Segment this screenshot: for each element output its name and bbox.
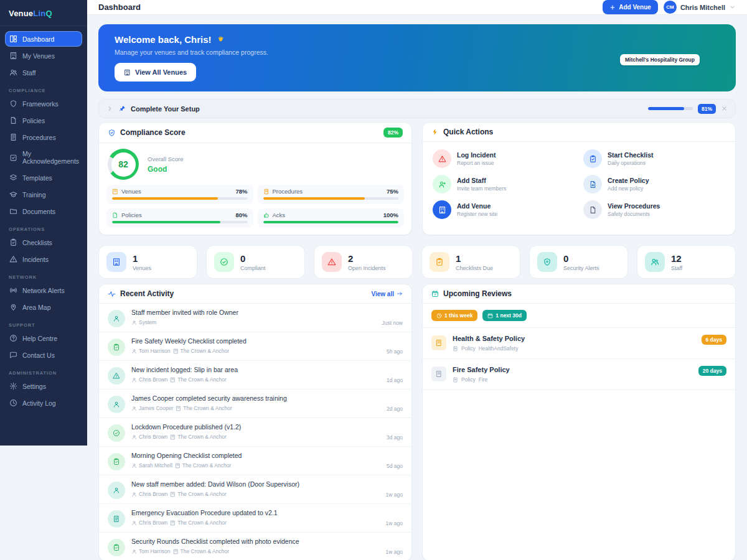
person-icon xyxy=(108,396,125,413)
user-menu[interactable]: CM Chris Mitchell xyxy=(664,1,736,14)
check-circle-icon xyxy=(214,252,234,272)
action-subtitle: Register new site xyxy=(457,211,497,217)
sidebar-item-documents[interactable]: Documents xyxy=(5,203,82,219)
view-all-link[interactable]: View all xyxy=(371,291,403,297)
action-log-incident[interactable]: Log IncidentReport an issue xyxy=(431,148,576,169)
action-add-venue[interactable]: Add VenueRegister new site xyxy=(431,199,576,220)
close-icon[interactable] xyxy=(721,105,728,112)
activity-item: Staff member invited with role Owner Sys… xyxy=(99,304,411,332)
metric-value: 100% xyxy=(383,212,398,218)
clipboard-icon xyxy=(108,338,125,356)
check-square-icon xyxy=(9,154,17,162)
person-icon xyxy=(131,434,137,440)
add-venue-button[interactable]: Add Venue xyxy=(603,0,658,14)
sidebar-item-my-venues[interactable]: My Venues xyxy=(5,48,82,63)
view-all-venues-button[interactable]: View All Venues xyxy=(115,63,196,82)
action-subtitle: Add new policy xyxy=(608,185,649,192)
top-bar: Dashboard Add Venue CM Chris Mitchell xyxy=(87,0,747,15)
sidebar-item-training[interactable]: Training xyxy=(5,187,82,202)
score-ring: 82 xyxy=(108,149,139,180)
lightning-icon xyxy=(431,128,439,136)
activity-venue: The Crown & Anchor xyxy=(177,434,226,440)
stat-label: Venues xyxy=(133,265,151,271)
sidebar-item-settings[interactable]: Settings xyxy=(5,378,82,394)
chevron-right-icon[interactable] xyxy=(106,105,113,112)
building-icon xyxy=(106,252,126,272)
metric-bar xyxy=(263,197,365,200)
sidebar-item-label: Checklists xyxy=(22,239,52,246)
review-item-health-safety[interactable]: Health & Safety Policy Policy HealthAndS… xyxy=(423,328,735,359)
building-icon xyxy=(170,520,176,526)
sidebar-item-templates[interactable]: Templates xyxy=(5,170,82,185)
metric-procedures: Procedures 75% xyxy=(258,185,405,204)
activity-venue: The Crown & Anchor xyxy=(181,548,229,554)
chat-icon xyxy=(9,351,17,359)
sidebar-item-acknowledgements[interactable]: My Acknowledgements xyxy=(5,146,82,169)
action-subtitle: Safety documents xyxy=(608,211,660,217)
activity-user: Chris Brown xyxy=(139,520,167,526)
chevron-down-icon xyxy=(729,4,736,11)
review-type: Policy xyxy=(461,345,476,352)
sidebar-item-network-alerts[interactable]: Network Alerts xyxy=(5,282,82,298)
stat-security-alerts: 0Security Alerts xyxy=(529,245,628,279)
file-text-icon xyxy=(108,510,125,528)
activity-user: System xyxy=(139,319,156,325)
metric-bar xyxy=(112,221,220,223)
add-venue-label: Add Venue xyxy=(619,4,651,11)
sidebar-item-help-centre[interactable]: Help Centre xyxy=(5,330,82,346)
building-icon xyxy=(124,69,131,76)
document-plus-icon xyxy=(583,175,602,194)
setup-percent-badge: 81% xyxy=(698,104,716,114)
sidebar-item-area-map[interactable]: Area Map xyxy=(5,299,82,315)
activity-user: James Cooper xyxy=(139,405,173,411)
setup-progress-track xyxy=(648,107,693,110)
review-item-fire-safety[interactable]: Fire Safety Policy Policy Fire 20 days xyxy=(423,359,735,390)
sidebar-item-label: Procedures xyxy=(22,134,56,141)
setup-progress-bar[interactable]: Complete Your Setup 81% xyxy=(98,99,736,118)
sidebar-item-activity-log[interactable]: Activity Log xyxy=(5,395,82,411)
brand-logo[interactable]: VenueLinQ xyxy=(0,0,87,26)
review-tag: Fire xyxy=(479,376,488,383)
file-icon xyxy=(453,377,458,383)
activity-venue: The Crown & Anchor xyxy=(177,491,226,497)
clipboard-icon xyxy=(583,149,602,168)
action-title: Log Incident xyxy=(457,151,496,159)
sidebar-item-frameworks[interactable]: Frameworks xyxy=(5,96,82,111)
thumbs-up-icon xyxy=(263,212,270,218)
sidebar-item-label: Network Alerts xyxy=(22,287,65,294)
compliance-badge: 82% xyxy=(383,128,403,138)
stat-value: 1 xyxy=(133,253,151,264)
sidebar-item-checklists[interactable]: Checklists xyxy=(5,235,82,250)
activity-user: Tom Harrison xyxy=(139,348,171,354)
activity-user: Chris Brown xyxy=(139,376,167,383)
sidebar-item-staff[interactable]: Staff xyxy=(5,65,82,80)
topbar-actions: Add Venue CM Chris Mitchell xyxy=(603,0,736,14)
alert-triangle-icon xyxy=(322,252,342,272)
action-add-staff[interactable]: Add StaffInvite team members xyxy=(431,174,576,195)
metric-policies: Policies 80% xyxy=(106,208,253,228)
action-title: Add Staff xyxy=(457,177,506,184)
action-create-policy[interactable]: Create PolicyAdd new policy xyxy=(582,174,726,195)
sidebar-item-policies[interactable]: Policies xyxy=(5,113,82,128)
action-start-checklist[interactable]: Start ChecklistDaily operations xyxy=(582,148,726,169)
activity-item: Fire Safety Weekly Checklist completed T… xyxy=(99,332,411,361)
sidebar-item-procedures[interactable]: Procedures xyxy=(5,129,82,145)
upcoming-reviews-card: Upcoming Reviews 1 this week 1 next 30d xyxy=(422,284,736,560)
welcome-title: Welcome back, Chris! xyxy=(115,34,212,45)
view-all-label: View all xyxy=(371,291,394,297)
stat-checklists-due: 1Checklists Due xyxy=(421,245,520,279)
metric-label: Policies xyxy=(121,212,142,218)
sidebar-item-incidents[interactable]: Incidents xyxy=(5,251,82,267)
metric-label: Venues xyxy=(121,188,141,195)
activity-title: Lockdown Procedure published (v1.2) xyxy=(131,423,380,431)
sidebar-item-contact-us[interactable]: Contact Us xyxy=(5,347,82,363)
metric-bar xyxy=(112,197,218,200)
building-icon xyxy=(173,549,179,554)
activity-time: 1d ago xyxy=(387,377,403,383)
action-subtitle: Report an issue xyxy=(457,160,496,166)
action-view-procedures[interactable]: View ProceduresSafety documents xyxy=(582,199,726,220)
shield-check-icon xyxy=(108,129,116,137)
sidebar-section-support: SUPPORT xyxy=(5,316,82,330)
app-root: VenueLinQ Dashboard My Venues Staff COMP… xyxy=(0,0,747,560)
sidebar-item-dashboard[interactable]: Dashboard xyxy=(5,31,82,47)
